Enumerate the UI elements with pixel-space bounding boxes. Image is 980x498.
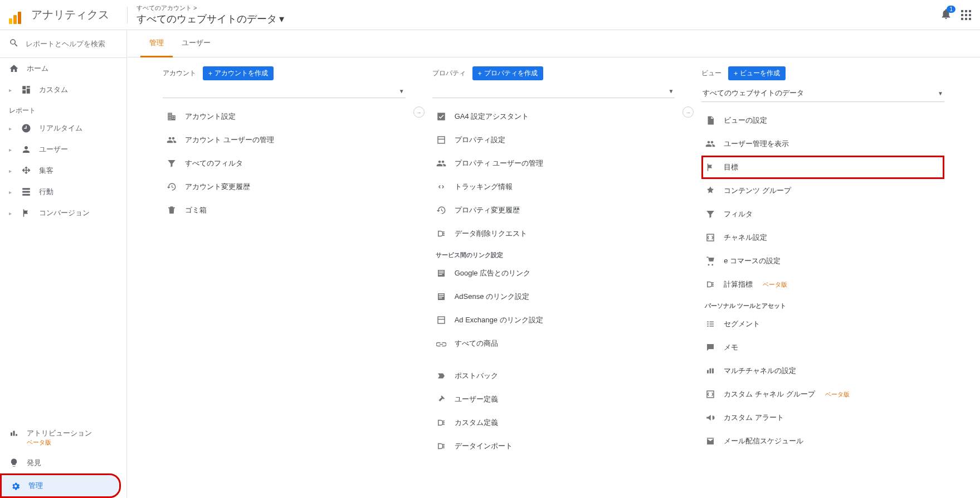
tab-user[interactable]: ユーザー — [173, 30, 220, 57]
data-import[interactable]: データインポート — [432, 434, 675, 458]
sidebar-item-label: カスタム — [39, 85, 68, 95]
sidebar-item-admin[interactable]: 管理 — [0, 473, 121, 498]
menu-label: ポストバック — [455, 371, 498, 381]
sidebar-item-custom[interactable]: ▸ カスタム — [0, 79, 126, 100]
document-icon — [436, 268, 447, 279]
create-account-button[interactable]: アカウントを作成 — [203, 66, 274, 80]
account-users[interactable]: アカウント ユーザーの管理 — [163, 128, 406, 152]
chevron-down-icon: ▼ — [938, 90, 943, 96]
custom-alerts[interactable]: カスタム アラート — [701, 406, 944, 429]
sidebar-item-conversions[interactable]: ▸ コンバージョン — [0, 202, 126, 224]
sidebar-item-audience[interactable]: ▸ ユーザー — [0, 139, 126, 160]
menu-label: カスタム定義 — [455, 418, 498, 428]
cart-icon — [705, 255, 716, 267]
sidebar-item-label: アトリビューション — [27, 429, 92, 437]
menu-label: トラッキング情報 — [455, 182, 513, 192]
user-definition[interactable]: ユーザー定義 — [432, 388, 675, 411]
dd-icon — [705, 279, 716, 290]
attribution-icon — [9, 428, 19, 438]
tab-admin[interactable]: 管理 — [140, 30, 173, 57]
menu-label: e コマースの設定 — [724, 256, 781, 266]
menu-label: セグメント — [724, 319, 760, 329]
property-history[interactable]: プロパティ変更履歴 — [432, 199, 675, 222]
tracking-info[interactable]: トラッキング情報 — [432, 175, 675, 199]
calc-metrics[interactable]: 計算指標ベータ版 — [701, 273, 944, 296]
account-filters[interactable]: すべてのフィルタ — [163, 152, 406, 175]
gear-icon — [11, 481, 21, 491]
custom-channel-group[interactable]: カスタム チャネル グループベータ版 — [701, 383, 944, 406]
sidebar-item-label: リアルタイム — [39, 123, 82, 133]
custom-definition[interactable]: カスタム定義 — [432, 411, 675, 434]
sidebar-item-behavior[interactable]: ▸ 行動 — [0, 181, 126, 202]
account-history[interactable]: アカウント変更履歴 — [163, 175, 406, 199]
postback[interactable]: ポストバック — [432, 364, 675, 388]
google-ads-link[interactable]: Google 広告とのリンク — [432, 262, 675, 285]
all-products[interactable]: すべての商品 — [432, 332, 675, 355]
sidebar-item-discover[interactable]: 発見 — [0, 452, 126, 473]
menu-label: 計算指標 — [724, 279, 753, 289]
adexchange-link[interactable]: Ad Exchange のリンク設定 — [432, 308, 675, 332]
menu-label: GA4 設定アシスタント — [455, 112, 529, 122]
view-users[interactable]: ユーザー管理を表示 — [701, 132, 944, 156]
view-select-value: すべてのウェブサイトのデータ — [703, 88, 804, 98]
filter-icon — [166, 158, 177, 169]
menu-label: AdSense のリンク設定 — [455, 292, 529, 302]
property-users[interactable]: プロパティ ユーザーの管理 — [432, 152, 675, 175]
property-subsection: サービス間のリンク設定 — [432, 245, 675, 262]
menu-label: カスタム チャネル グループ — [724, 389, 815, 399]
breadcrumb-main: すべてのウェブサイトのデータ — [136, 12, 277, 26]
adsense-link[interactable]: AdSense のリンク設定 — [432, 285, 675, 308]
ecommerce-settings[interactable]: e コマースの設定 — [701, 249, 944, 273]
view-filters[interactable]: フィルタ — [701, 202, 944, 226]
analytics-logo[interactable] — [9, 6, 27, 24]
layout-icon — [436, 134, 447, 146]
menu-label: ビューの設定 — [724, 115, 767, 125]
account-settings[interactable]: アカウント設定 — [163, 105, 406, 128]
code-icon — [436, 181, 447, 192]
account-trash[interactable]: ゴミ箱 — [163, 199, 406, 222]
account-select[interactable]: ▼ — [163, 85, 406, 98]
chevron-down-icon: ▼ — [668, 88, 674, 94]
channel-settings[interactable]: チャネル設定 — [701, 226, 944, 249]
multichannel[interactable]: マルチチャネルの設定 — [701, 359, 944, 383]
menu-label: アカウント ユーザーの管理 — [185, 135, 274, 145]
group-icon — [705, 185, 716, 196]
data-delete[interactable]: データ削除リクエスト — [432, 222, 675, 245]
content-groups[interactable]: コンテンツ グループ — [701, 179, 944, 202]
email-schedule[interactable]: メール配信スケジュール — [701, 429, 944, 453]
beta-tag: ベータ版 — [825, 390, 850, 399]
ga4-assistant[interactable]: GA4 設定アシスタント — [432, 105, 675, 128]
caret-icon: ▸ — [9, 210, 13, 216]
postback-icon — [436, 370, 447, 381]
note-icon — [705, 342, 716, 353]
apps-button[interactable] — [961, 10, 971, 20]
notifications-button[interactable]: 1 — [940, 8, 952, 22]
search-input[interactable] — [26, 40, 119, 48]
create-view-button[interactable]: ビューを作成 — [728, 66, 786, 80]
create-property-button[interactable]: プロパティを作成 — [472, 66, 543, 80]
segments[interactable]: セグメント — [701, 312, 944, 336]
annotations[interactable]: メモ — [701, 336, 944, 359]
view-settings[interactable]: ビューの設定 — [701, 109, 944, 132]
menu-label: プロパティ設定 — [455, 135, 505, 145]
breadcrumb[interactable]: すべてのアカウント > すべてのウェブサイトのデータ ▾ — [136, 4, 284, 26]
view-goals[interactable]: 目標 — [701, 156, 944, 179]
dd-icon — [436, 228, 447, 239]
account-label: アカウント — [163, 69, 196, 78]
property-settings[interactable]: プロパティ設定 — [432, 128, 675, 152]
menu-label: ゴミ箱 — [185, 205, 207, 215]
history-icon — [166, 181, 177, 192]
sidebar-item-attribution[interactable]: アトリビューション ベータ版 — [0, 423, 126, 452]
menu-label: ユーザー定義 — [455, 394, 498, 404]
sidebar-item-realtime[interactable]: ▸ リアルタイム — [0, 118, 126, 139]
caret-icon: ▸ — [9, 168, 13, 174]
page-icon — [705, 115, 716, 126]
view-select[interactable]: すべてのウェブサイトのデータ ▼ — [701, 85, 944, 102]
view-label: ビュー — [701, 69, 721, 78]
menu-label: チャネル設定 — [724, 233, 767, 243]
sidebar-item-home[interactable]: ホーム — [0, 58, 126, 79]
property-select[interactable]: ▼ — [432, 85, 675, 98]
sidebar-item-acquisition[interactable]: ▸ 集客 — [0, 160, 126, 181]
history-icon — [436, 205, 447, 216]
menu-label: 目標 — [724, 162, 738, 172]
